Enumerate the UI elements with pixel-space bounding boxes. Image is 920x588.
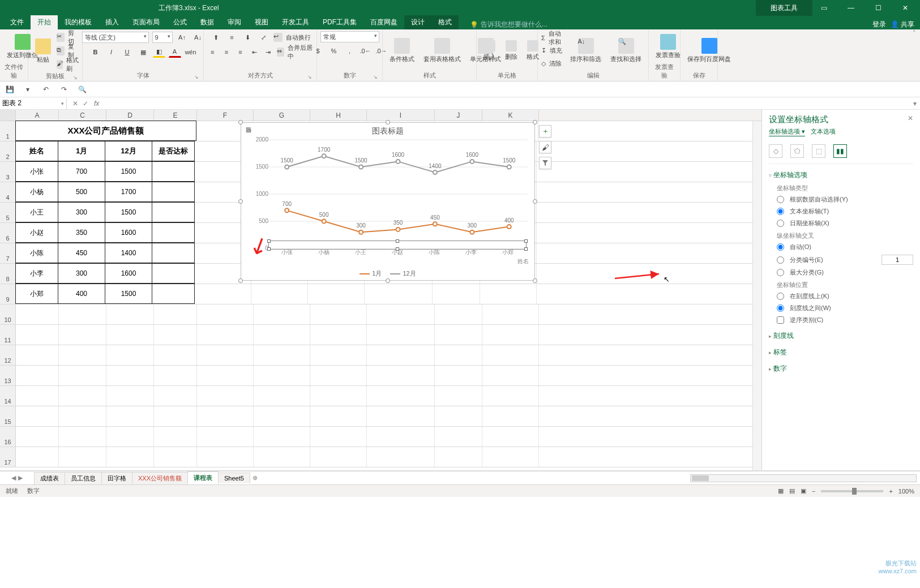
cell[interactable] [59,345,106,365]
pane-close-icon[interactable]: ✕ [908,114,913,122]
name-box[interactable]: 图表 2▾ [0,98,67,109]
cell[interactable]: 300 [58,263,105,284]
expand-formula-bar-icon[interactable]: ▾ [910,100,920,108]
sheet-tab[interactable]: 成绩表 [34,472,65,484]
cell[interactable] [152,222,195,243]
cell[interactable] [367,447,435,467]
cell[interactable] [59,366,106,385]
minimize-button[interactable]: — [840,0,862,16]
cell[interactable]: 小郑 [15,284,58,304]
cell[interactable] [16,304,59,324]
orientation-icon[interactable]: ⤢ [258,32,270,43]
cell[interactable] [367,366,435,385]
align-top-icon[interactable]: ⬆ [210,32,222,43]
comma-icon[interactable]: , [344,45,356,57]
bold-button[interactable]: B [89,46,102,58]
effects-icon[interactable]: ⬠ [790,144,804,158]
cell[interactable] [16,386,59,406]
chart-x-axis-label[interactable]: 姓名 [517,257,529,265]
cell[interactable] [365,284,433,304]
cell[interactable] [154,406,197,426]
embedded-chart[interactable]: 图表标题 销售额 2000150010005000 70050030035045… [241,122,535,281]
cell[interactable] [154,325,197,345]
clear-button[interactable]: ◇清除 [541,58,564,70]
resize-handle[interactable] [533,120,537,125]
resize-handle[interactable] [533,278,537,283]
cell[interactable] [435,325,482,345]
cell[interactable]: 12月 [105,141,152,161]
paste-button[interactable]: 粘贴 [32,37,54,65]
cell[interactable] [310,386,367,406]
size-props-icon[interactable]: ⬚ [812,144,825,158]
cell[interactable] [106,447,154,467]
tab-formulas[interactable]: 公式 [166,15,194,29]
add-sheet-button[interactable]: ⊕ [250,474,261,482]
underline-button[interactable]: U [121,46,134,58]
checkbox-reverse[interactable]: 逆序类别(C) [769,314,913,326]
cell[interactable] [254,386,310,406]
row-header[interactable]: 3 [0,162,16,182]
radio-cross-max[interactable]: 最大分类(G) [769,267,913,278]
increase-font-icon[interactable]: A↑ [176,32,189,43]
cell[interactable]: 1400 [105,243,152,263]
section-axis-options[interactable]: 坐标轴选项 [769,169,913,182]
phonetic-button[interactable]: wén [185,46,197,58]
cell[interactable] [152,263,195,284]
row-header[interactable]: 4 [0,182,16,202]
cell[interactable] [367,406,435,426]
percent-icon[interactable]: % [328,45,340,57]
view-pagelayout-icon[interactable]: ▤ [789,487,795,495]
cell[interactable] [106,366,154,385]
sort-filter-button[interactable]: A↓排序和筛选 [567,37,605,65]
cell[interactable]: 小杨 [15,182,58,202]
tab-pdf[interactable]: PDF工具集 [316,15,363,29]
font-color-button[interactable]: A [169,46,181,58]
worksheet-grid[interactable]: ACDEFGHIJK 1XXX公司产品销售额2姓名1月12月是否达标3小张700… [0,110,761,470]
cell[interactable] [310,447,367,467]
collapse-ribbon-icon[interactable]: ˄ [909,29,920,81]
row-header[interactable]: 11 [0,325,16,345]
chart-add-element-button[interactable]: ＋ [539,125,551,138]
cell[interactable] [154,304,197,324]
cell[interactable] [482,386,539,406]
fill-button[interactable]: ↧填充 [541,45,564,57]
cell[interactable] [254,406,310,426]
font-size-combo[interactable]: 9 [152,32,173,43]
cell[interactable] [152,284,195,304]
sheet-nav-next-icon[interactable]: ▶ [18,474,23,482]
view-pagebreak-icon[interactable]: ▣ [801,487,806,495]
radio-on-tick[interactable]: 在刻度线上(K) [769,290,913,302]
axis-selection-box[interactable] [268,241,527,250]
tab-data[interactable]: 数据 [194,15,221,29]
tab-layout[interactable]: 页面布局 [126,15,166,29]
cell[interactable] [482,345,539,365]
cut-button[interactable]: ✂剪切 [57,31,79,44]
cell[interactable] [433,284,480,304]
format-painter-button[interactable]: 🖌格式刷 [57,58,79,71]
align-left-icon[interactable]: ≡ [207,46,218,58]
resize-handle[interactable] [238,120,243,125]
cell[interactable] [308,284,365,304]
cell[interactable] [367,345,435,365]
zoom-out-button[interactable]: − [812,488,815,495]
cell[interactable] [310,325,367,345]
cell[interactable] [482,325,539,345]
cell[interactable] [435,304,482,324]
cell[interactable]: 1700 [105,182,152,202]
cell[interactable] [152,182,195,202]
cell[interactable] [435,406,482,426]
resize-handle[interactable] [386,120,390,125]
resize-handle[interactable] [386,278,390,283]
resize-handle[interactable] [533,199,537,204]
cell[interactable] [154,345,197,365]
cell[interactable] [106,386,154,406]
column-header[interactable]: H [310,110,367,121]
cell[interactable] [482,366,539,385]
align-right-icon[interactable]: ≡ [235,46,246,58]
cell[interactable] [16,427,59,447]
find-select-button[interactable]: 🔍查找和选择 [607,37,645,65]
cell[interactable] [480,284,537,304]
radio-cross-auto[interactable]: 自动(O) [769,241,913,253]
radio-cross-category[interactable]: 分类编号(E) [769,253,913,267]
cell[interactable] [59,386,106,406]
